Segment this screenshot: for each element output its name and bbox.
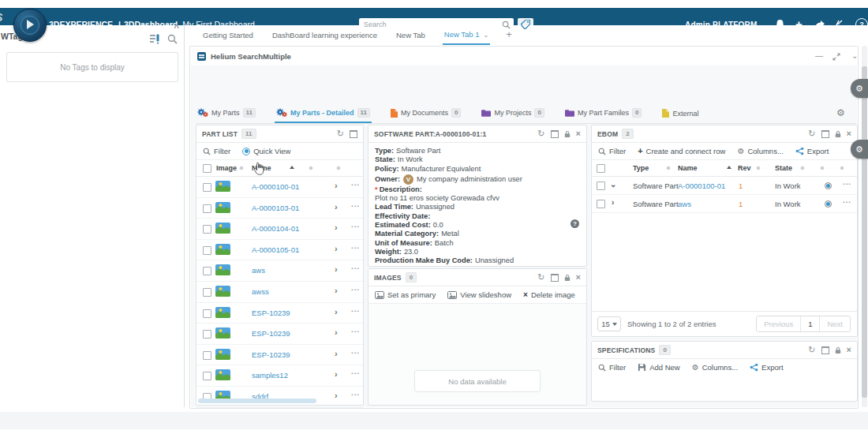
- row-state-radio-icon[interactable]: [825, 200, 832, 208]
- refresh-icon[interactable]: ↻: [808, 346, 815, 354]
- row-checkbox[interactable]: [203, 204, 211, 213]
- close-icon[interactable]: ×: [847, 346, 851, 354]
- select-all-checkbox[interactable]: [203, 164, 211, 173]
- refresh-icon[interactable]: ↻: [537, 274, 544, 281]
- tab-new-tab-1[interactable]: New Tab 1⌄: [443, 27, 490, 45]
- chevron-right-icon[interactable]: [335, 391, 338, 400]
- minimize-widget-icon[interactable]: —: [815, 51, 823, 60]
- column-header-image[interactable]: Image: [216, 164, 237, 172]
- chevron-down-icon[interactable]: ⌄: [484, 32, 489, 39]
- expand-widget-icon[interactable]: [832, 53, 840, 61]
- column-header-type[interactable]: Type: [633, 164, 649, 172]
- filter-button[interactable]: Filter: [598, 147, 626, 155]
- column-header-rev[interactable]: Rev: [738, 164, 751, 172]
- close-icon[interactable]: ×: [576, 130, 581, 137]
- row-checkbox[interactable]: [203, 288, 211, 297]
- help-icon[interactable]: ?: [855, 18, 868, 31]
- part-list-row[interactable]: sddrf: [196, 387, 363, 408]
- sort-icon[interactable]: [309, 166, 313, 170]
- chevron-right-icon[interactable]: [335, 264, 338, 274]
- chevron-right-icon[interactable]: [335, 327, 338, 337]
- part-name-link[interactable]: samples12: [252, 371, 288, 380]
- part-list-row[interactable]: A-0000104-01: [196, 219, 363, 240]
- row-checkbox[interactable]: [203, 351, 211, 360]
- chevron-right-icon[interactable]: [335, 181, 338, 190]
- notifications-bell-icon[interactable]: [775, 19, 785, 29]
- refresh-icon[interactable]: ↻: [808, 130, 815, 137]
- export-button[interactable]: Export: [795, 147, 829, 155]
- chevron-right-icon[interactable]: [335, 286, 338, 295]
- add-content-icon[interactable]: +: [795, 19, 803, 29]
- tab-my-part-familes[interactable]: My Part Familes 0: [563, 108, 643, 123]
- popout-icon[interactable]: [350, 130, 357, 138]
- part-list-row[interactable]: A-0000105-01: [196, 240, 363, 261]
- compass-logo[interactable]: [13, 9, 47, 42]
- column-header-state[interactable]: State: [775, 164, 792, 172]
- current-page-button[interactable]: 1: [800, 316, 819, 331]
- tags-edit-list-icon[interactable]: [149, 33, 160, 44]
- sort-ascending-icon[interactable]: [727, 166, 731, 169]
- cell-revision[interactable]: 1: [739, 181, 743, 190]
- columns-button[interactable]: ⚙ Columns...: [737, 147, 783, 155]
- sort-icon[interactable]: [336, 166, 341, 170]
- close-icon[interactable]: ×: [576, 274, 581, 281]
- row-menu-button[interactable]: [351, 241, 360, 250]
- column-header-name[interactable]: Name: [678, 164, 698, 172]
- export-button[interactable]: Export: [750, 363, 783, 372]
- popout-icon[interactable]: [551, 130, 559, 138]
- part-name-link[interactable]: ESP-10239: [252, 350, 290, 359]
- cell-name-link[interactable]: A-0000100-01: [678, 181, 725, 190]
- part-list-row[interactable]: aws: [196, 260, 363, 282]
- tab-getting-started[interactable]: Getting Started: [201, 28, 255, 44]
- chevron-right-icon[interactable]: [335, 202, 338, 211]
- filter-button[interactable]: Filter: [203, 147, 230, 155]
- row-menu-button[interactable]: [351, 200, 360, 208]
- help-icon[interactable]: ?: [571, 219, 579, 228]
- row-checkbox[interactable]: [203, 183, 211, 192]
- sort-icon[interactable]: [666, 166, 671, 170]
- sort-icon[interactable]: [840, 166, 844, 170]
- popout-icon[interactable]: [821, 346, 829, 354]
- widget-menu-chevron-icon[interactable]: ⌄: [851, 51, 858, 60]
- row-checkbox[interactable]: [203, 309, 211, 318]
- part-list-row[interactable]: A-0000103-01: [196, 198, 363, 219]
- part-list-row[interactable]: awss: [196, 282, 363, 303]
- row-menu-button[interactable]: [351, 178, 360, 187]
- vertical-scrollbar-thumb[interactable]: [862, 66, 867, 398]
- tag-button[interactable]: [518, 18, 533, 31]
- chevron-right-icon[interactable]: [335, 244, 338, 253]
- tab-my-parts-detailed[interactable]: My Parts - Detailed 11: [275, 108, 372, 123]
- row-state-radio-icon[interactable]: [825, 182, 832, 189]
- set-as-primary-button[interactable]: Set as primary: [375, 290, 436, 299]
- row-menu-button[interactable]: [351, 305, 360, 313]
- row-checkbox[interactable]: [597, 200, 605, 208]
- row-checkbox[interactable]: [203, 246, 211, 255]
- row-checkbox[interactable]: [597, 181, 605, 190]
- select-all-checkbox[interactable]: [597, 164, 605, 173]
- row-menu-button[interactable]: [351, 388, 360, 397]
- app-tabs-settings-gear-icon[interactable]: ⚙: [836, 107, 845, 118]
- lock-icon[interactable]: [835, 130, 841, 138]
- column-header-name[interactable]: Name: [252, 164, 271, 172]
- chevron-right-icon[interactable]: [335, 223, 338, 232]
- row-menu-button[interactable]: [351, 220, 360, 229]
- chevron-right-icon[interactable]: [335, 349, 338, 358]
- part-list-row[interactable]: samples12: [196, 365, 363, 387]
- popout-icon[interactable]: [821, 130, 829, 138]
- next-page-button[interactable]: Next: [819, 316, 850, 331]
- row-checkbox[interactable]: [203, 225, 211, 234]
- row-menu-button[interactable]: [351, 283, 360, 292]
- collapse-panel-icon[interactable]: ^: [174, 23, 179, 32]
- ebom-row[interactable]: Software Part aws 1 In Work: [592, 195, 857, 213]
- row-menu-button[interactable]: [843, 196, 851, 204]
- row-menu-button[interactable]: [843, 178, 851, 186]
- row-menu-button[interactable]: [351, 367, 360, 376]
- cell-name-link[interactable]: aws: [678, 200, 691, 208]
- refresh-icon[interactable]: ↻: [337, 130, 344, 137]
- part-name-link[interactable]: A-0000100-01: [252, 182, 299, 191]
- view-slideshow-button[interactable]: View slideshow: [447, 290, 511, 299]
- chevron-right-icon[interactable]: [335, 307, 338, 316]
- page-size-dropdown[interactable]: 15: [597, 316, 621, 331]
- refresh-icon[interactable]: ↻: [537, 130, 544, 137]
- row-menu-button[interactable]: [351, 346, 360, 355]
